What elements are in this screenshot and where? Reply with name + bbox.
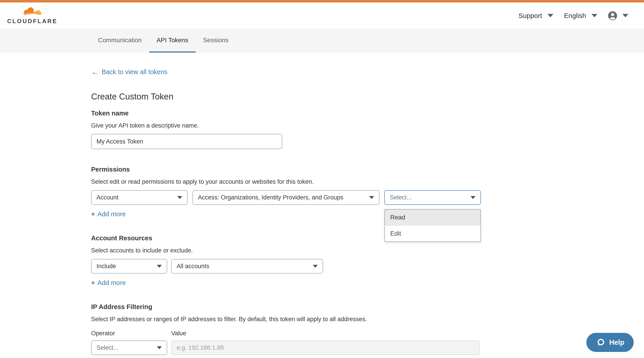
add-more-label: Add more (98, 279, 126, 287)
permission-scope-select[interactable]: Account (91, 190, 188, 205)
token-name-heading: Token name (91, 110, 644, 117)
top-accent-bar (0, 0, 644, 3)
support-menu[interactable]: Support (518, 12, 553, 20)
chevron-down-icon (592, 14, 597, 17)
page-title: Create Custom Token (91, 92, 644, 102)
back-to-tokens-link[interactable]: ← Back to view all tokens (91, 68, 168, 76)
left-arrow-icon: ← (91, 68, 98, 76)
ip-operator-select[interactable]: Select... (91, 340, 167, 355)
cloudflare-logo-text: CLOUDFLARE (7, 18, 58, 25)
menu-option-edit[interactable]: Edit (385, 225, 480, 241)
tab-api-tokens[interactable]: API Tokens (149, 29, 196, 53)
account-menu[interactable] (608, 11, 628, 20)
menu-option-read[interactable]: Read (385, 210, 480, 225)
chevron-down-icon (313, 265, 318, 268)
permissions-description: Select edit or read permissions to apply… (91, 178, 644, 185)
chevron-down-icon (470, 196, 476, 199)
ip-filtering-row: Select... (91, 340, 644, 355)
ip-filtering-labels: Operator Value (91, 330, 644, 337)
chevron-down-icon (548, 14, 553, 17)
permission-resource-value: Access: Organizations, Identity Provider… (198, 194, 343, 201)
value-label: Value (171, 330, 186, 337)
header: CLOUDFLARE Support English (0, 3, 644, 29)
plus-icon: + (91, 279, 95, 287)
header-nav: Support English (518, 11, 628, 20)
cloudflare-cloud-icon (19, 7, 43, 17)
profile-tab-bar: Communication API Tokens Sessions (0, 29, 644, 53)
resource-accounts-value: All accounts (176, 263, 209, 270)
main-content: ← Back to view all tokens Create Custom … (0, 68, 644, 355)
operator-label: Operator (91, 330, 171, 337)
chevron-down-icon (157, 346, 162, 349)
permissions-add-more-link[interactable]: + Add more (91, 210, 126, 218)
help-button-label: Help (609, 338, 624, 346)
account-resources-heading: Account Resources (91, 234, 644, 242)
add-more-label: Add more (98, 210, 126, 218)
resource-mode-value: Include (96, 263, 116, 270)
permission-resource-select[interactable]: Access: Organizations, Identity Provider… (192, 190, 380, 205)
permission-level-select[interactable]: Select... (384, 190, 481, 205)
account-resources-row: Include All accounts (91, 259, 644, 273)
language-menu-label: English (564, 12, 586, 20)
token-name-input[interactable] (91, 134, 282, 149)
permission-scope-value: Account (96, 194, 118, 201)
chat-bubble-icon (596, 337, 606, 347)
chevron-down-icon (157, 265, 162, 268)
token-name-description: Give your API token a descriptive name. (91, 122, 644, 129)
ip-value-input (171, 340, 480, 355)
back-link-label: Back to view all tokens (102, 68, 168, 76)
chevron-down-icon (177, 196, 182, 199)
ip-filtering-heading: IP Address Filtering (91, 303, 644, 311)
language-menu[interactable]: English (564, 12, 597, 20)
help-button[interactable]: Help (586, 333, 634, 352)
plus-icon: + (91, 210, 95, 218)
ip-filtering-description: Select IP addresses or ranges of IP addr… (91, 316, 644, 323)
tab-sessions[interactable]: Sessions (196, 29, 236, 53)
account-resources-add-more-link[interactable]: + Add more (91, 279, 126, 287)
user-avatar-icon (608, 11, 617, 20)
account-resources-description: Select accounts to include or exclude. (91, 247, 644, 254)
permissions-row: Account Access: Organizations, Identity … (91, 190, 644, 205)
support-menu-label: Support (518, 12, 542, 20)
permissions-heading: Permissions (91, 166, 644, 173)
resource-mode-select[interactable]: Include (91, 259, 167, 273)
resource-accounts-select[interactable]: All accounts (171, 259, 323, 273)
chevron-down-icon (369, 196, 374, 199)
cloudflare-logo[interactable]: CLOUDFLARE (7, 7, 58, 25)
tab-communication[interactable]: Communication (91, 29, 149, 53)
ip-operator-placeholder: Select... (96, 344, 118, 351)
permission-level-placeholder: Select... (390, 194, 412, 201)
permission-level-wrap: Select... Read Edit (384, 190, 481, 205)
permission-level-menu: Read Edit (384, 209, 481, 242)
chevron-down-icon (622, 14, 628, 17)
